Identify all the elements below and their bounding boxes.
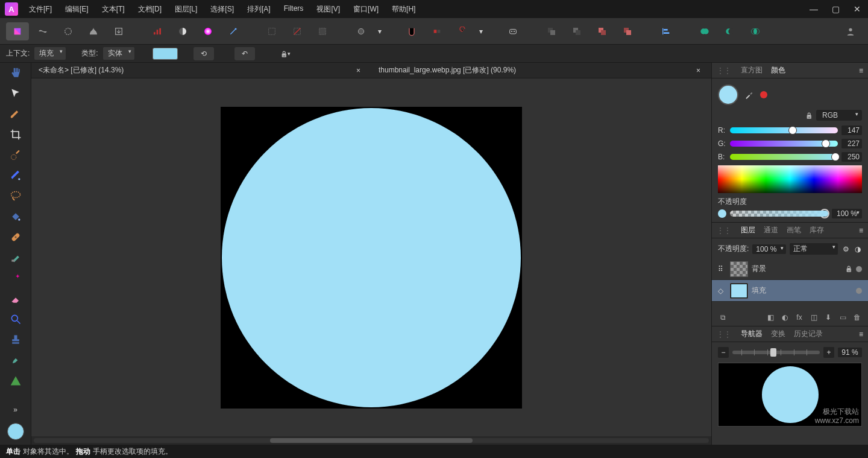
tab-brushes[interactable]: 画笔 (787, 225, 801, 235)
tool-lasso-icon[interactable] (7, 188, 24, 204)
tb-quickmask-icon[interactable] (350, 22, 373, 40)
tb-assistant-icon[interactable] (502, 22, 524, 40)
tb-bool-sub-icon[interactable] (719, 22, 741, 40)
tool-clone-icon[interactable] (7, 250, 24, 266)
tool-crop-icon[interactable] (7, 127, 24, 142)
layer-lock-icon[interactable] (845, 266, 852, 272)
layer-link-icon[interactable]: ◇ (718, 287, 726, 295)
minimize-button[interactable]: — (808, 3, 820, 15)
r-value[interactable]: 147 (841, 126, 862, 135)
layer-settings-icon[interactable]: ⚙ (841, 245, 850, 253)
tb-selection-invert-icon[interactable] (311, 22, 334, 40)
tb-snap-move-icon[interactable] (451, 22, 474, 40)
tool-eraser-icon[interactable] (7, 291, 24, 307)
context-color-swatch[interactable] (153, 48, 178, 60)
context-type-dropdown[interactable]: 实体 (103, 47, 134, 60)
tb-arrange-4-icon[interactable] (616, 22, 639, 40)
layer-row-fill[interactable]: ◇ 填充 (712, 280, 868, 302)
tb-align-icon[interactable] (655, 22, 678, 40)
zoom-value[interactable]: 91 % (838, 348, 862, 357)
color-panel-menu-icon[interactable]: ≡ (859, 66, 863, 75)
doc-tab-1[interactable]: <未命名> [已修改] (14.3%) × (31, 63, 371, 78)
menu-edit[interactable]: 编辑[E] (65, 4, 89, 14)
tb-selection-none-icon[interactable] (286, 22, 309, 40)
menu-text[interactable]: 文本[T] (102, 4, 125, 14)
tb-quickmask-dropdown-icon[interactable]: ▾ (375, 22, 385, 40)
b-value[interactable]: 250 (841, 152, 862, 162)
panel-drag-icon[interactable]: ⋮⋮ (717, 330, 731, 339)
layer-group-icon[interactable]: ⧉ (718, 313, 728, 322)
panel-drag-icon[interactable]: ⋮⋮ (717, 66, 731, 75)
layer-merge-icon[interactable]: ⬇ (823, 313, 833, 322)
tb-adjust-icon[interactable] (171, 22, 194, 40)
menu-help[interactable]: 帮助[H] (392, 4, 415, 14)
opacity-slider[interactable] (730, 211, 828, 217)
eyedropper-icon[interactable] (744, 90, 754, 100)
tool-color-well[interactable] (7, 423, 24, 440)
tab-layers[interactable]: 图层 (741, 225, 755, 235)
tool-heal-icon[interactable] (7, 229, 24, 245)
tb-wand-icon[interactable] (222, 22, 245, 40)
layer-adjust-icon[interactable]: ◐ (780, 313, 790, 322)
tool-move-icon[interactable] (7, 86, 24, 101)
zoom-out-button[interactable]: − (718, 347, 729, 358)
scrollbar-thumb[interactable] (270, 438, 473, 443)
layer-visible-dot[interactable] (856, 266, 862, 272)
tool-more-icon[interactable]: » (7, 402, 24, 418)
layer-delete-icon[interactable]: 🗑 (852, 313, 862, 322)
g-slider[interactable] (730, 141, 838, 147)
layers-panel-menu-icon[interactable]: ≡ (859, 226, 863, 235)
tab-navigator[interactable]: 导航器 (741, 329, 763, 339)
tb-arrange-2-icon[interactable] (565, 22, 588, 40)
layer-vis-icon[interactable]: ⠿ (718, 265, 726, 273)
color-swatch-primary[interactable] (718, 84, 738, 105)
zoom-in-button[interactable]: + (823, 347, 834, 358)
tb-bool-add-icon[interactable] (693, 22, 716, 40)
tb-snapping-icon[interactable] (400, 22, 423, 40)
canvas-area[interactable] (31, 78, 711, 436)
menu-arrange[interactable]: 排列[A] (247, 4, 271, 14)
tool-stamp-icon[interactable] (7, 332, 24, 348)
context-lock-icon[interactable]: ▾ (275, 47, 296, 60)
color-lock-icon[interactable] (805, 111, 813, 119)
navigator-preview[interactable]: 极光下载站 www.xz7.com (718, 363, 862, 427)
color-mode-select[interactable]: RGB (816, 110, 862, 121)
context-undo-icon[interactable]: ↶ (234, 47, 255, 60)
tool-selection-brush-icon[interactable] (7, 147, 24, 163)
menu-file[interactable]: 文件[F] (29, 4, 52, 14)
b-slider[interactable] (730, 154, 838, 160)
tb-snap-grid-icon[interactable] (426, 22, 448, 40)
layer-row-background[interactable]: ⠿ 背景 (712, 258, 868, 280)
r-slider[interactable] (730, 127, 838, 133)
layer-crop-icon[interactable]: ◫ (809, 313, 819, 322)
close-button[interactable]: ✕ (851, 3, 863, 15)
horizontal-scrollbar[interactable] (31, 436, 711, 445)
menu-select[interactable]: 选择[S] (210, 4, 234, 14)
layer-fx-icon[interactable]: ◑ (854, 245, 862, 253)
tool-brush-icon[interactable] (7, 106, 24, 122)
opacity-value[interactable]: 100 % (832, 209, 862, 218)
tool-fill-icon[interactable] (7, 209, 24, 224)
layer-fx-button-icon[interactable]: fx (794, 313, 804, 322)
tool-sparkle-icon[interactable] (7, 270, 24, 286)
tb-hsl-icon[interactable] (197, 22, 219, 40)
color-spectrum[interactable] (718, 165, 862, 193)
tab-channels[interactable]: 通道 (764, 225, 778, 235)
tool-smudge-icon[interactable] (7, 352, 24, 368)
tool-hand-icon[interactable] (7, 65, 24, 81)
tab-histogram[interactable]: 直方图 (741, 65, 763, 75)
tb-arrange-1-icon[interactable] (540, 22, 563, 40)
tab-transform[interactable]: 变换 (771, 329, 785, 339)
layer-mask-icon[interactable]: ◧ (766, 313, 775, 322)
tool-flood-select-icon[interactable] (7, 168, 24, 183)
tool-shape-icon[interactable] (7, 373, 24, 389)
layer-add-icon[interactable]: ▭ (838, 313, 848, 322)
context-mode-dropdown[interactable]: 填充 (34, 47, 66, 60)
menu-window[interactable]: 窗口[W] (353, 4, 379, 14)
tab-stock[interactable]: 库存 (810, 225, 824, 235)
persona-tone[interactable] (82, 22, 105, 40)
context-rotate-icon[interactable]: ⟲ (193, 47, 214, 60)
nav-panel-menu-icon[interactable]: ≡ (859, 330, 863, 339)
layer-blend-dropdown[interactable]: 正常 (790, 243, 838, 255)
doc-tab-2[interactable]: thumbnail_large.webp.jpg [已修改] (90.9%) × (371, 63, 711, 78)
